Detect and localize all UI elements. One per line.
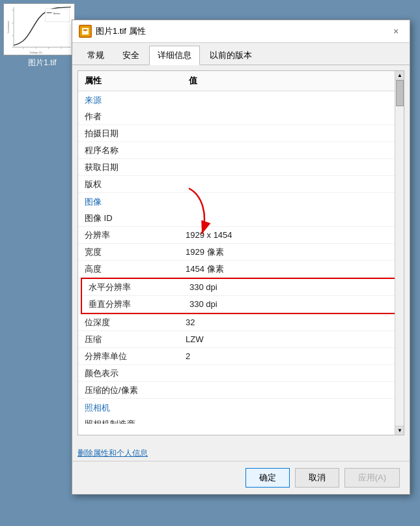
prop-horizontal-dpi-name: 水平分辨率 [89,282,189,293]
prop-program-name-name: 程序名称 [85,145,186,156]
apply-button[interactable]: 应用(A) [344,468,400,488]
props-header: 属性 值 [78,71,404,91]
prop-height-name: 高度 [85,263,186,275]
thumbnail-area: Series Luminance Voltage (V) 图片1.tif [3,3,81,68]
prop-resolution-unit-name: 分辨率单位 [85,351,186,362]
prop-resolution: 分辨率 1929 x 1454 [78,227,404,244]
tab-details[interactable]: 详细信息 [149,46,200,65]
prop-compression: 压缩 LZW [78,331,404,348]
prop-acquire-date: 获取日期 [78,159,404,176]
props-list: 来源 作者 拍摄日期 程序名称 获取日期 版权 [78,91,404,424]
prop-horizontal-dpi-value: 330 dpi [189,282,217,292]
ok-button[interactable]: 确定 [245,468,290,488]
tab-bar: 常规 安全 详细信息 以前的版本 [72,43,410,65]
prop-resolution-name: 分辨率 [85,229,186,241]
prop-bit-depth-value: 32 [186,317,195,327]
scrollbar[interactable]: ▲ ▼ [395,71,404,435]
file-icon [79,25,92,38]
svg-text:Luminance: Luminance [7,21,10,33]
desktop: Series Luminance Voltage (V) 图片1.tif 图片1… [0,0,420,526]
prop-vertical-dpi: 垂直分辨率 330 dpi [82,296,400,313]
prop-resolution-unit-value: 2 [186,351,190,361]
close-button[interactable]: × [389,24,403,38]
prop-horizontal-dpi: 水平分辨率 330 dpi [82,279,400,296]
dialog-title: 图片1.tif 属性 [96,25,146,37]
prop-resolution-value: 1929 x 1454 [186,230,232,240]
prop-height-value: 1454 像素 [186,263,224,275]
section-source: 来源 [78,91,404,108]
prop-resolution-unit: 分辨率单位 2 [78,348,404,365]
tab-previous-versions[interactable]: 以前的版本 [201,46,260,65]
cancel-button[interactable]: 取消 [295,468,339,488]
prop-camera-maker-name: 照相机制造商 [85,418,186,424]
prop-bit-depth-name: 位深度 [85,317,186,329]
prop-capture-date-name: 拍摄日期 [85,128,186,139]
scrollbar-thumb[interactable] [396,80,404,106]
tab-security[interactable]: 安全 [114,46,148,65]
prop-color-rep: 颜色表示 [78,365,404,382]
prop-program-name: 程序名称 [78,142,404,159]
properties-dialog: 图片1.tif 属性 × 常规 安全 详细信息 以前的版本 属性 值 来源 作者 [72,20,410,495]
content-area: 属性 值 来源 作者 拍摄日期 程序名称 [77,70,404,435]
footer: 确定 取消 应用(A) [72,461,410,494]
prop-color-rep-name: 颜色表示 [85,368,186,379]
prop-copyright-name: 版权 [85,179,186,190]
svg-text:Series: Series [53,12,60,15]
prop-bit-depth: 位深度 32 [78,314,404,331]
delete-link[interactable]: 删除属性和个人信息 [77,446,148,461]
thumbnail-label: 图片1.tif [3,57,81,68]
prop-width: 宽度 1929 像素 [78,244,404,261]
svg-rect-17 [82,28,89,35]
col-header-name: 属性 [85,75,189,87]
prop-image-id-name: 图像 ID [85,212,186,224]
prop-height: 高度 1454 像素 [78,261,404,278]
prop-image-id: 图像 ID [78,210,404,227]
section-camera: 照相机 [78,399,404,416]
svg-text:Voltage (V): Voltage (V) [30,51,43,54]
prop-width-value: 1929 像素 [186,246,224,258]
prop-compression-name: 压缩 [85,334,186,345]
scrollbar-arrow-up[interactable]: ▲ [395,71,404,80]
tab-general[interactable]: 常规 [79,46,113,65]
prop-author-name: 作者 [85,111,186,123]
title-bar: 图片1.tif 属性 × [72,20,410,43]
prop-width-name: 宽度 [85,246,186,258]
prop-capture-date: 拍摄日期 [78,125,404,142]
highlighted-dpi-group: 水平分辨率 330 dpi 垂直分辨率 330 dpi [81,278,401,314]
prop-vertical-dpi-value: 330 dpi [189,299,217,309]
col-header-value: 值 [189,75,197,87]
prop-author: 作者 [78,108,404,125]
prop-copyright: 版权 [78,176,404,193]
prop-camera-maker: 照相机制造商 [78,416,404,424]
thumbnail-image: Series Luminance Voltage (V) [3,3,75,55]
prop-compression-value: LZW [186,334,203,344]
title-bar-left: 图片1.tif 属性 [79,25,146,38]
bottom-area: 删除属性和个人信息 [72,441,410,461]
prop-vertical-dpi-name: 垂直分辨率 [89,299,189,310]
prop-acquire-date-name: 获取日期 [85,162,186,173]
prop-compressed-bits: 压缩的位/像素 [78,382,404,399]
scrollbar-arrow-down[interactable]: ▼ [395,426,404,435]
prop-compressed-bits-name: 压缩的位/像素 [85,385,186,396]
section-image: 图像 [78,193,404,210]
